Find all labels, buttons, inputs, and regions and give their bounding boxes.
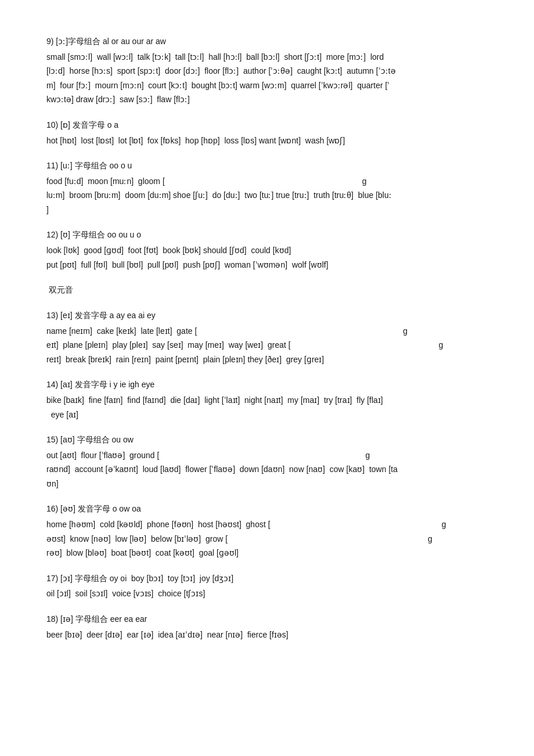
section-16-content: home [həʊm] cold [kəʊld] phone [fəʊn] ho… [46,517,488,560]
section-11-title: 11) [uː] 字母组合 oo o u [46,159,488,173]
section-17-content: oil [ɔɪl] soil [sɔɪl] voice [vɔɪs] choic… [46,586,488,601]
section-9: 9) [ɔː]字母组合 al or au our ar aw small [sm… [46,35,488,107]
section-14-title: 14) [aɪ] 发音字母 i y ie igh eye [46,378,488,392]
section-10-title: 10) [ɒ] 发音字母 o a [46,118,488,132]
section-17: 17) [ɔɪ] 字母组合 oy oi boy [bɔɪ] toy [tɔɪ] … [46,572,488,601]
section-14: 14) [aɪ] 发音字母 i y ie igh eye bike [baɪk]… [46,378,488,422]
section-12-content: look [lʊk] good [ɡʊd] foot [fʊt] book [b… [46,243,488,272]
section-15-content: out [aʊt] flour [ˈflaʊə] ground [g raʊnd… [46,448,488,491]
section-13: 13) [eɪ] 发音字母 a ay ea ai ey name [neɪm] … [46,309,488,366]
section-16: 16) [əʊ] 发音字母 o ow oa home [həʊm] cold [… [46,502,488,560]
section-12-title: 12) [ʊ] 字母组合 oo ou u o [46,228,488,242]
section-17-title: 17) [ɔɪ] 字母组合 oy oi boy [bɔɪ] toy [tɔɪ] … [46,572,488,586]
section-10: 10) [ɒ] 发音字母 o a hot [hɒt] lost [lɒst] l… [46,118,488,147]
section-9-title: 9) [ɔː]字母组合 al or au our ar aw [46,35,488,49]
section-10-content: hot [hɒt] lost [lɒst] lot [lɒt] fox [fɒk… [46,134,488,148]
section-13-title: 13) [eɪ] 发音字母 a ay ea ai ey [46,309,488,323]
section-16-title: 16) [əʊ] 发音字母 o ow oa [46,502,488,516]
section-14-content: bike [baɪk] fine [faɪn] find [faɪnd] die… [46,393,488,422]
diphthong-label: 双元音 [46,283,488,297]
section-18-content: beer [bɪə] deer [dɪə] ear [ɪə] idea [aɪˈ… [46,628,488,642]
section-12: 12) [ʊ] 字母组合 oo ou u o look [lʊk] good [… [46,228,488,272]
section-9-content: small [smɔːl] wall [wɔːl] talk [tɔːk] ta… [46,50,488,107]
section-18: 18) [ɪə] 字母组合 eer ea ear beer [bɪə] deer… [46,613,488,642]
section-diphthong-label: 双元音 [46,283,488,297]
section-15-title: 15) [aʊ] 字母组合 ou ow [46,433,488,447]
section-13-content: name [neɪm] cake [keɪk] late [leɪt] gate… [46,324,488,367]
section-15: 15) [aʊ] 字母组合 ou ow out [aʊt] flour [ˈfl… [46,433,488,491]
section-11: 11) [uː] 字母组合 oo o u food [fuːd] moon [m… [46,159,488,217]
page-content: 9) [ɔː]字母组合 al or au our ar aw small [sm… [46,35,488,642]
section-11-content: food [fuːd] moon [muːn] gloom [g luːm] b… [46,174,488,217]
section-18-title: 18) [ɪə] 字母组合 eer ea ear [46,613,488,627]
